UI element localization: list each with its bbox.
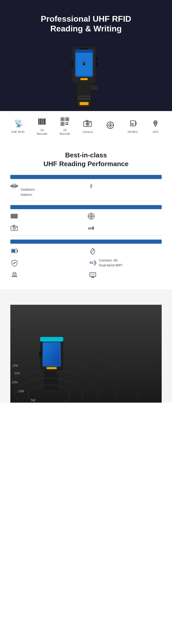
other-functions-row1 [10,212,162,220]
features-grid: 4G Connect: 4GDual-band WIFI [10,247,162,279]
svg-rect-87 [12,276,13,277]
antenna-visual: 5M 10M 15M 20M 25M [10,305,162,403]
camera-spec-icon [10,224,18,232]
sealing-icon [10,259,19,267]
svg-rect-81 [12,250,15,252]
barcode-item [10,212,85,220]
hero-section: Professional UHF RFIDReading & Writing 📱 [0,0,172,111]
uhf-rfid-label: UHF RFID [11,130,25,134]
svg-point-85 [13,272,16,276]
divider-1 [10,201,162,201]
range-arcs: 5M 10M 15M 20M 25M [10,338,162,403]
feature-camera: Camera [82,118,93,134]
svg-rect-20 [40,118,41,125]
svg-text:25M: 25M [12,364,18,367]
svg-rect-10 [80,48,88,49]
svg-rect-18 [38,118,39,125]
feature-2d-barcode: 2DBarcode [60,116,70,136]
svg-point-105 [10,361,116,403]
svg-text:20M: 20M [14,372,20,375]
reading-rate-icon [87,182,95,190]
svg-marker-54 [10,185,11,187]
gps-icon [150,118,161,129]
feature-uhf-rfid: 📡 UHF RFID [11,118,25,134]
svg-point-104 [10,370,98,403]
screen-icon [89,271,97,279]
svg-point-106 [10,351,137,403]
svg-text:N: N [131,122,134,126]
svg-text:5M: 5M [31,399,35,402]
other-functions-header [10,205,162,209]
feature-gps: GPS [150,118,161,134]
rfid-icon: 📡 [13,118,23,129]
features-bar: 📡 UHF RFID 1DBarcode [0,111,172,141]
svg-rect-40 [89,122,90,123]
svg-rect-62 [14,214,15,218]
reading-rate-item [87,182,162,190]
svg-marker-53 [17,185,18,187]
svg-point-38 [87,123,88,125]
other-functions-row2: RFID [10,224,162,232]
svg-point-90 [15,273,16,274]
feature-1d-barcode: 1DBarcode [37,116,48,136]
barcode-scan-icon [10,212,18,220]
svg-rect-25 [45,118,46,125]
iris-spec-item [87,212,162,220]
indoors-label: Indoors: [21,193,33,197]
screen-feature [89,271,162,279]
svg-rect-33 [67,122,68,123]
uhf-header [10,175,162,179]
svg-point-51 [155,122,156,123]
hf-nfc-icon: N [128,118,138,129]
reading-range-item: Outdoors: Indoors: [10,182,85,197]
svg-marker-57 [90,183,92,189]
2d-barcode-label: 2DBarcode [60,128,70,136]
svg-rect-35 [67,124,68,125]
os-icon [10,271,19,279]
svg-rect-39 [86,120,88,122]
hf-rfid-item: RFID [87,224,162,232]
reading-range-icon [10,182,18,190]
svg-rect-88 [16,276,17,277]
svg-rect-24 [44,118,45,125]
svg-rect-58 [11,214,12,218]
connect-feature: 4G Connect: 4GDual-band WIFI [89,258,162,267]
svg-rect-29 [66,118,68,120]
svg-rect-22 [42,118,43,125]
divider-2 [10,235,162,236]
performance-section: Best-in-classUHF Reading Performance Out… [0,141,172,289]
svg-rect-66 [17,214,18,218]
svg-rect-65 [17,214,17,218]
svg-text:4G: 4G [89,261,93,265]
svg-rect-56 [13,185,15,187]
1d-barcode-icon [37,116,47,127]
camera-spec-item [10,224,85,232]
hf-rfid-icon: RFID [87,224,95,232]
svg-text:📡: 📡 [14,119,22,128]
svg-rect-60 [12,214,13,218]
svg-point-89 [13,273,14,274]
svg-point-76 [14,228,15,229]
iris-icon [105,120,115,130]
battery-feature [10,247,83,255]
gps-label: GPS [153,130,159,134]
svg-rect-34 [66,124,67,125]
svg-rect-32 [66,122,67,123]
1d-barcode-label: 1DBarcode [37,128,48,136]
svg-rect-14 [78,96,91,97]
svg-rect-9 [80,78,88,80]
svg-rect-15 [78,98,91,100]
feature-iris [105,120,115,132]
svg-rect-23 [43,118,44,125]
device-illustration: 📱 [47,39,125,111]
sealing-feature [10,258,83,267]
svg-rect-19 [39,118,40,125]
camera-label: Camera [83,130,93,134]
svg-text:📱: 📱 [82,61,87,66]
svg-rect-63 [15,214,15,218]
svg-rect-12 [96,57,98,61]
battery-icon [10,247,19,255]
reading-range-text: Outdoors: Indoors: [21,182,35,197]
svg-rect-2 [91,85,98,90]
svg-rect-31 [62,123,63,125]
